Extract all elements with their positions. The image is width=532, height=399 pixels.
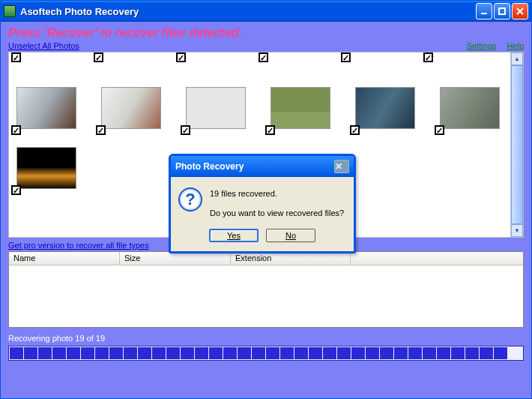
pro-version-link[interactable]: Get pro version to recover all file type… [8, 241, 149, 250]
progress-segment [24, 347, 37, 359]
checkbox[interactable] [96, 125, 106, 135]
checkbox[interactable] [11, 185, 21, 195]
progress-segment [109, 347, 123, 359]
instruction-text: Press 'Recover' to recover files detecte… [8, 26, 524, 40]
checkbox[interactable] [435, 125, 444, 135]
yes-button[interactable]: Yes [209, 229, 259, 242]
checkbox[interactable] [181, 125, 190, 135]
progress-segment [366, 347, 379, 359]
col-size[interactable]: Size [120, 252, 231, 265]
dialog-line2: Do you want to view recovered files? [210, 207, 344, 220]
progress-segment [437, 347, 450, 359]
progress-segment [10, 347, 23, 359]
thumbnail-cell[interactable] [186, 87, 250, 129]
progress-segment [223, 347, 237, 359]
thumbnail-cell[interactable] [16, 87, 80, 129]
top-link-row: Unselect All Photos Settings Help [8, 41, 524, 50]
app-window: Asoftech Photo Recovery Press 'Recover' … [0, 0, 532, 399]
maximize-icon [498, 7, 507, 16]
checkbox[interactable] [176, 52, 186, 62]
thumbnail-image [101, 87, 161, 129]
col-extension[interactable]: Extension [231, 252, 351, 265]
settings-link[interactable]: Settings [467, 41, 497, 50]
svg-rect-0 [481, 13, 487, 14]
progress-segment [166, 347, 180, 359]
checkbox[interactable] [259, 52, 268, 62]
progress-segment [465, 347, 479, 359]
thumbnail-cell[interactable] [270, 87, 334, 129]
progress-segment [238, 347, 251, 359]
progress-segment [152, 347, 166, 359]
progress-segment [309, 347, 322, 359]
col-name[interactable]: Name [9, 252, 120, 265]
app-icon [4, 5, 16, 17]
checkbox[interactable] [350, 125, 360, 135]
table-body [9, 266, 523, 327]
checkbox[interactable] [265, 125, 275, 135]
thumbnail-cell[interactable] [355, 87, 419, 129]
svg-rect-1 [499, 8, 505, 14]
dialog-buttons: Yes No [171, 226, 354, 251]
maximize-button[interactable] [494, 3, 510, 20]
dialog-message: 19 files recovered. Do you want to view … [210, 188, 344, 220]
progress-segment [494, 347, 507, 359]
thumbnail-image [355, 87, 415, 129]
thumbnail-cell[interactable] [101, 87, 165, 129]
progress-segment [280, 347, 294, 359]
table-header: Name Size Extension [9, 252, 523, 266]
progress-segment [294, 347, 308, 359]
dialog-close-button[interactable]: ✕ [334, 160, 349, 173]
status-text: Recovering photo 19 of 19 [8, 334, 524, 343]
progress-segment [67, 347, 80, 359]
minimize-button[interactable] [476, 3, 492, 20]
progress-segment [380, 347, 393, 359]
dialog-title: Photo Recovery [175, 161, 334, 172]
thumbnail-cell[interactable] [16, 147, 80, 189]
dialog-titlebar: Photo Recovery ✕ [171, 156, 354, 177]
thumbnail-image [186, 87, 246, 129]
question-icon: ? [178, 188, 202, 212]
thumbnail-image [440, 87, 500, 129]
progress-segment [138, 347, 151, 359]
close-button[interactable] [512, 3, 528, 20]
thumbnail-image [270, 87, 330, 129]
window-controls [476, 3, 528, 20]
help-link[interactable]: Help [507, 41, 524, 50]
titlebar: Asoftech Photo Recovery [1, 1, 531, 22]
progress-segment [323, 347, 336, 359]
checkbox[interactable] [423, 52, 433, 62]
progress-segment [52, 347, 66, 359]
progress-segment [181, 347, 194, 359]
progress-segment [423, 347, 436, 359]
thumbnail-image [16, 147, 76, 189]
progress-bar [8, 346, 524, 361]
progress-segment [195, 347, 208, 359]
progress-segment [451, 347, 465, 359]
recovery-dialog: Photo Recovery ✕ ? 19 files recovered. D… [169, 154, 356, 254]
no-button[interactable]: No [266, 229, 315, 242]
scroll-up-icon[interactable]: ▲ [511, 52, 523, 65]
minimize-icon [480, 7, 489, 16]
checkbox[interactable] [341, 52, 351, 62]
scrollbar[interactable]: ▲ ▼ [510, 52, 523, 237]
file-table: Name Size Extension [8, 251, 524, 328]
scroll-down-icon[interactable]: ▼ [511, 224, 523, 237]
progress-segment [38, 347, 52, 359]
close-icon: ✕ [335, 161, 348, 172]
checkbox[interactable] [11, 125, 21, 135]
checkbox[interactable] [94, 52, 103, 62]
progress-segment [394, 347, 408, 359]
thumbnail-image [16, 87, 76, 129]
col-empty [351, 252, 523, 265]
progress-segment [124, 347, 137, 359]
dialog-body: ? 19 files recovered. Do you want to vie… [171, 177, 354, 226]
progress-segment [351, 347, 365, 359]
progress-segment [252, 347, 265, 359]
thumbnail-cell[interactable] [440, 87, 504, 129]
dialog-line1: 19 files recovered. [210, 188, 344, 201]
unselect-all-link[interactable]: Unselect All Photos [8, 41, 79, 50]
progress-segment [95, 347, 109, 359]
checkbox[interactable] [11, 52, 21, 62]
close-icon [516, 7, 525, 16]
scroll-thumb[interactable] [511, 65, 523, 224]
